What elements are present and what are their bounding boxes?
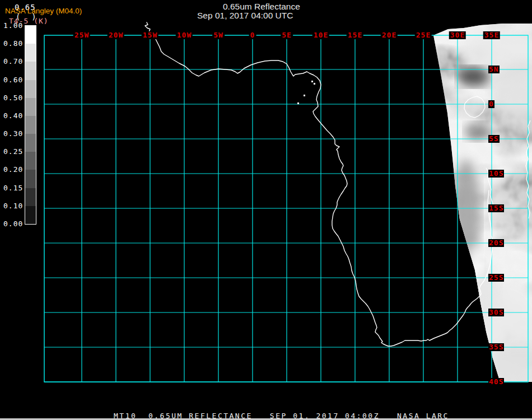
colorbar-segment <box>25 62 36 80</box>
lat-label-25S: 25S <box>488 274 504 282</box>
lon-label-10E: 10E <box>312 31 329 39</box>
colorbar-segment <box>25 116 36 134</box>
colorbar-tick-label: 0.50 <box>3 94 23 102</box>
lat-label-10S: 10S <box>488 170 504 178</box>
map-canvas <box>0 0 532 420</box>
island-mark <box>304 95 305 96</box>
colorbar-segment <box>25 44 36 62</box>
lon-label-5E: 5E <box>281 31 293 39</box>
lon-label-25E: 25E <box>415 31 432 39</box>
lon-label-10W: 10W <box>176 31 193 39</box>
colorbar-segment <box>25 134 36 152</box>
colorbar-tick-label: 0.20 <box>3 166 23 174</box>
colorbar-tick-label: 0.15 <box>3 184 23 192</box>
island-mark <box>314 83 315 85</box>
reflectance-colorbar <box>25 25 36 225</box>
lat-label-20S: 20S <box>488 239 504 247</box>
lon-label-35E: 35E <box>483 31 500 39</box>
colorbar-segment <box>25 152 36 170</box>
colorbar-tick-label: 0.60 <box>3 76 23 84</box>
colorbar-tick-label: 0.40 <box>3 112 23 120</box>
lon-label-20W: 20W <box>108 31 124 39</box>
lat-label-0: 0 <box>488 100 494 108</box>
colorbar-segment <box>25 206 36 224</box>
colorbar-segment <box>25 26 36 44</box>
satellite-imagery-region <box>431 22 532 389</box>
lon-label-15E: 15E <box>347 31 363 39</box>
colorbar-segment <box>25 80 36 98</box>
lat-label-30S: 30S <box>488 309 504 316</box>
lon-label-5W: 5W <box>212 31 225 39</box>
nasa-langley-label: NASA Langley (M04.0) <box>5 7 82 15</box>
lat-label-15S: 15S <box>488 204 504 212</box>
colorbar-tick-label: 0.00 <box>3 220 23 228</box>
lat-label-5N: 5N <box>488 66 500 73</box>
island-mark <box>311 81 313 82</box>
island-mark <box>297 102 299 104</box>
lon-label-0: 0 <box>249 31 256 39</box>
colorbar-tick-label: 0.30 <box>3 130 23 138</box>
colorbar-tick-label: 0.70 <box>3 58 23 66</box>
colorbar-tick-label: 0.80 <box>3 40 23 48</box>
lat-label-35S: 35S <box>488 343 504 351</box>
colorbar-segment <box>25 98 36 116</box>
page-subtitle: Sep 01, 2017 04:00 UTC <box>197 11 293 21</box>
lon-label-30E: 30E <box>449 31 466 39</box>
satellite-product-screen: 0.65um Reflectance Sep 01, 2017 04:00 UT… <box>0 0 532 420</box>
lat-label-5S: 5S <box>488 135 500 143</box>
colorbar-tick-label: 0.10 <box>3 202 23 210</box>
t4-5-label: T4-5 (K) <box>9 17 49 25</box>
lat-label-40S: 40S <box>488 378 504 386</box>
lon-label-25W: 25W <box>73 31 90 39</box>
lon-label-20E: 20E <box>381 31 398 39</box>
lon-label-15W: 15W <box>142 31 158 39</box>
colorbar-segment <box>25 188 36 206</box>
colorbar-segment <box>25 170 36 188</box>
colorbar-tick-label: 0.25 <box>3 148 23 156</box>
